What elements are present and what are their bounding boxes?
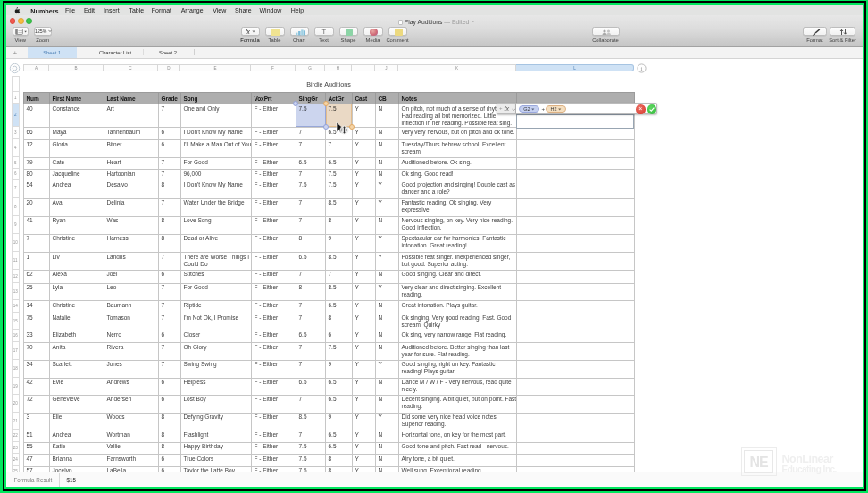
svg-text:i: i [640, 65, 642, 72]
